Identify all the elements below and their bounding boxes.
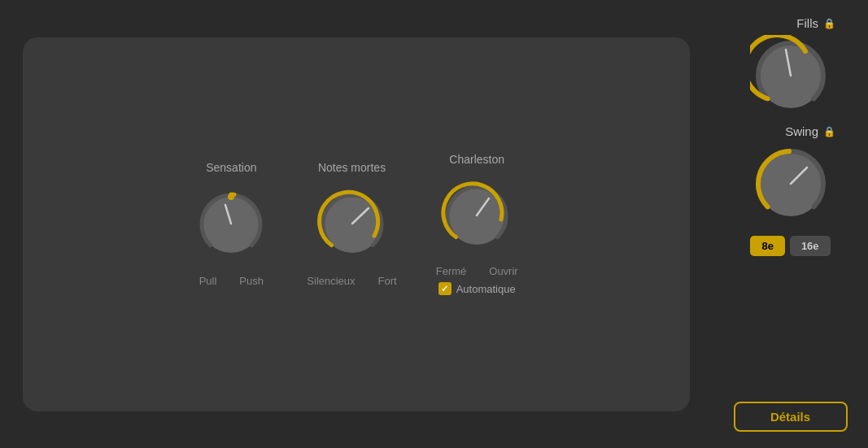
charleston-extra: Fermé Ouvrir Automatique <box>436 265 518 295</box>
notes-mortes-sub-right: Fort <box>378 275 397 287</box>
details-button[interactable]: Détails <box>734 402 848 432</box>
charleston-sublabels: Fermé Ouvrir <box>436 265 518 277</box>
fills-knob[interactable] <box>750 35 831 116</box>
automatique-checkbox[interactable] <box>438 282 451 295</box>
fills-lock-icon: 🔒 <box>823 18 835 29</box>
sensation-knob[interactable] <box>194 187 268 260</box>
right-panel: Fills 🔒 Swing 🔒 8e <box>713 0 868 448</box>
swing-8e-button[interactable]: 8e <box>750 236 784 256</box>
swing-16e-button[interactable]: 16e <box>790 236 831 256</box>
charleston-group: Charleston Fermé Ouvrir <box>436 153 518 295</box>
fills-label: Fills <box>796 16 818 30</box>
automatique-row: Automatique <box>438 282 516 295</box>
automatique-label: Automatique <box>456 283 516 295</box>
notes-mortes-knob[interactable] <box>316 187 389 260</box>
charleston-sub-left: Fermé <box>436 265 467 277</box>
swing-label-row: Swing 🔒 <box>785 124 835 138</box>
sensation-label: Sensation <box>206 161 256 174</box>
swing-section: Swing 🔒 8e 16e <box>729 124 852 269</box>
swing-label: Swing <box>785 124 818 138</box>
fills-label-row: Fills 🔒 <box>796 16 835 30</box>
notes-mortes-label: Notes mortes <box>318 161 386 174</box>
sensation-sub-left: Pull <box>199 275 217 287</box>
charleston-sub-right: Ouvrir <box>489 265 517 277</box>
charleston-label: Charleston <box>449 153 504 166</box>
swing-lock-icon: 🔒 <box>823 126 835 137</box>
fills-section: Fills 🔒 <box>729 16 852 116</box>
sensation-sublabels: Pull Push <box>199 275 264 287</box>
swing-buttons: 8e 16e <box>750 236 830 256</box>
sensation-sub-right: Push <box>239 275 264 287</box>
swing-knob[interactable] <box>750 143 831 224</box>
main-panel: Sensation Pull Push <box>0 0 713 448</box>
notes-mortes-group: Notes mortes Silencieux Fort <box>307 161 396 287</box>
notes-mortes-sublabels: Silencieux Fort <box>307 275 396 287</box>
svg-point-1 <box>228 194 234 200</box>
sensation-group: Sensation Pull Push <box>194 161 268 287</box>
notes-mortes-sub-left: Silencieux <box>307 275 355 287</box>
drum-box: Sensation Pull Push <box>23 37 690 411</box>
charleston-knob[interactable] <box>440 179 513 252</box>
